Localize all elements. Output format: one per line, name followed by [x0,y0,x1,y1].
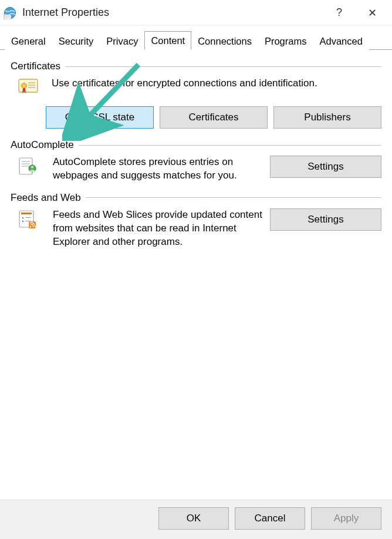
group-certificates-title: Certificates [11,60,60,72]
divider [65,66,381,67]
feeds-settings-button[interactable]: Settings [270,208,381,231]
svg-point-20 [30,226,32,228]
tab-general[interactable]: General [5,32,52,50]
ok-button[interactable]: OK [158,507,229,530]
tab-connections[interactable]: Connections [191,32,258,50]
tab-content[interactable]: Content [144,31,191,50]
titlebar: Internet Properties ? ✕ [0,0,392,26]
group-feeds: Feeds and Web Feeds and We [11,192,381,249]
divider [79,145,381,146]
publishers-button[interactable]: Publishers [273,106,381,129]
cancel-button[interactable]: Cancel [235,507,305,530]
feeds-icon [11,208,46,228]
feeds-description: Feeds and Web Slices provide updated con… [53,208,263,249]
tab-privacy[interactable]: Privacy [100,32,144,50]
clear-ssl-state-button[interactable]: Clear SSL state [46,106,154,129]
tabstrip: General Security Privacy Content Connect… [0,26,392,50]
autocomplete-settings-button[interactable]: Settings [270,156,381,178]
group-autocomplete-title: AutoComplete [11,139,74,151]
certificates-description: Use certificates for encrypted connectio… [52,77,317,90]
apply-button: Apply [311,507,381,530]
close-button[interactable]: ✕ [356,4,388,22]
svg-rect-1 [4,15,11,19]
tab-programs[interactable]: Programs [258,32,313,50]
content-pane: Certificates Use certificates for encryp… [0,50,392,249]
dialog-footer: OK Cancel Apply [0,500,392,539]
svg-point-14 [31,166,33,168]
tab-advanced[interactable]: Advanced [313,32,369,50]
help-button[interactable]: ? [323,4,356,22]
certificate-icon [11,77,46,96]
svg-rect-16 [21,213,32,214]
tab-security[interactable]: Security [52,32,100,50]
divider [86,197,381,198]
globe-icon [4,6,16,19]
autocomplete-icon [11,156,46,176]
svg-point-5 [22,83,27,89]
certificates-button[interactable]: Certificates [160,106,268,129]
group-feeds-title: Feeds and Web [11,192,81,204]
window-title: Internet Properties [22,6,109,19]
group-autocomplete: AutoComplete AutoComplete stores previou… [11,139,381,183]
autocomplete-description: AutoComplete stores previous entries on … [53,156,263,183]
group-certificates: Certificates Use certificates for encryp… [11,60,381,129]
